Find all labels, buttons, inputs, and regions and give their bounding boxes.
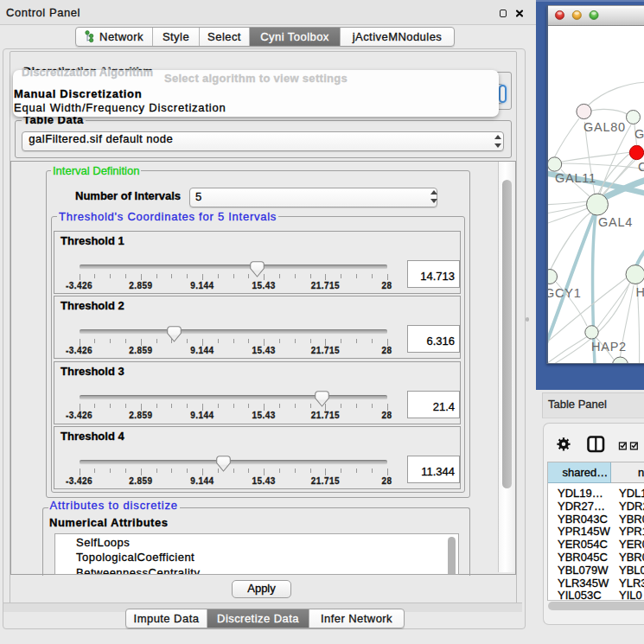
svg-text:GAL4: GAL4 — [598, 215, 633, 229]
svg-text:HAP2: HAP2 — [591, 340, 627, 354]
svg-text:GAL80: GAL80 — [583, 120, 626, 134]
svg-text:GAL11: GAL11 — [555, 171, 596, 185]
svg-text:GA: GA — [634, 127, 644, 141]
svg-text:GCY1: GCY1 — [548, 286, 582, 300]
svg-text:C: C — [638, 160, 644, 174]
svg-text:H: H — [636, 285, 644, 299]
